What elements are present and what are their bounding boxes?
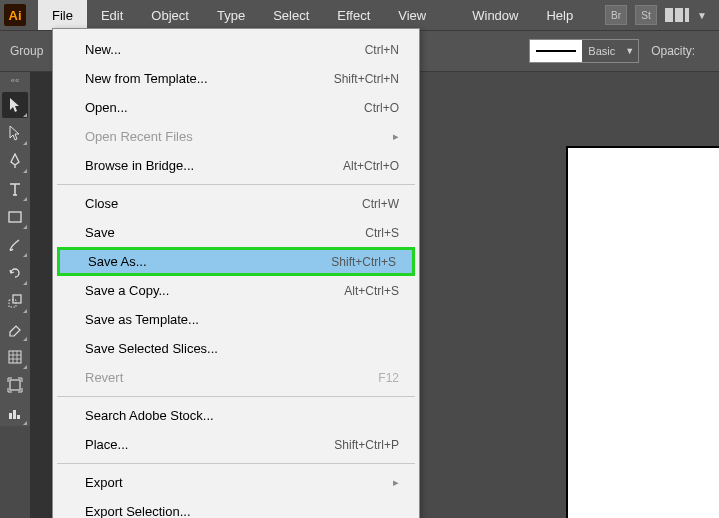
rotate-tool[interactable] <box>2 260 28 286</box>
opacity-label: Opacity: <box>651 44 695 58</box>
menu-separator <box>57 463 415 464</box>
selection-label: Group <box>10 44 43 58</box>
menu-file[interactable]: File <box>38 0 87 30</box>
stroke-style-label: Basic <box>582 45 621 57</box>
menu-open-recent[interactable]: Open Recent Files▸ <box>53 122 419 151</box>
menu-new[interactable]: New...Ctrl+N <box>53 35 419 64</box>
submenu-arrow-icon: ▸ <box>393 476 399 489</box>
artboard[interactable] <box>568 148 719 518</box>
svg-rect-0 <box>9 212 21 222</box>
paintbrush-tool[interactable] <box>2 232 28 258</box>
menu-separator <box>57 184 415 185</box>
tools-panel: «« <box>0 72 30 426</box>
menu-export-selection[interactable]: Export Selection... <box>53 497 419 518</box>
menu-select[interactable]: Select <box>259 0 323 30</box>
menubar-right: Br St ▼ <box>605 5 719 25</box>
app-logo: Ai <box>4 4 26 26</box>
chevron-down-icon[interactable]: ▼ <box>697 10 707 21</box>
submenu-arrow-icon: ▸ <box>393 130 399 143</box>
scale-tool[interactable] <box>2 288 28 314</box>
menu-new-from-template[interactable]: New from Template...Shift+Ctrl+N <box>53 64 419 93</box>
menu-save-selected-slices[interactable]: Save Selected Slices... <box>53 334 419 363</box>
menu-close[interactable]: CloseCtrl+W <box>53 189 419 218</box>
menu-window[interactable]: Window <box>458 0 532 30</box>
menu-separator <box>57 396 415 397</box>
svg-rect-5 <box>9 413 12 419</box>
menu-effect[interactable]: Effect <box>323 0 384 30</box>
svg-rect-7 <box>17 415 20 419</box>
artboard-tool[interactable] <box>2 372 28 398</box>
stock-badge[interactable]: St <box>635 5 657 25</box>
menu-export[interactable]: Export▸ <box>53 468 419 497</box>
chevron-down-icon[interactable]: ▼ <box>621 46 638 56</box>
menu-save-as[interactable]: Save As...Shift+Ctrl+S <box>57 247 415 276</box>
svg-rect-3 <box>9 351 21 363</box>
menu-save-as-template[interactable]: Save as Template... <box>53 305 419 334</box>
stroke-preview <box>530 40 582 62</box>
menu-object[interactable]: Object <box>137 0 203 30</box>
menu-view[interactable]: View <box>384 0 440 30</box>
svg-rect-6 <box>13 410 16 419</box>
pen-tool[interactable] <box>2 148 28 174</box>
rectangle-tool[interactable] <box>2 204 28 230</box>
doc-tab-strip <box>30 72 52 518</box>
panel-handle-icon[interactable]: «« <box>5 76 25 85</box>
selection-tool[interactable] <box>2 92 28 118</box>
menu-help[interactable]: Help <box>532 0 587 30</box>
file-menu-dropdown: New...Ctrl+N New from Template...Shift+C… <box>52 28 420 518</box>
eraser-tool[interactable] <box>2 316 28 342</box>
workspace-switcher-icon[interactable] <box>665 8 689 22</box>
menu-place[interactable]: Place...Shift+Ctrl+P <box>53 430 419 459</box>
bridge-badge[interactable]: Br <box>605 5 627 25</box>
menu-type[interactable]: Type <box>203 0 259 30</box>
canvas-area <box>420 72 719 518</box>
mesh-tool[interactable] <box>2 344 28 370</box>
svg-rect-2 <box>13 295 21 303</box>
direct-selection-tool[interactable] <box>2 120 28 146</box>
menu-browse-in-bridge[interactable]: Browse in Bridge...Alt+Ctrl+O <box>53 151 419 180</box>
stroke-style-selector[interactable]: Basic ▼ <box>529 39 639 63</box>
menu-revert[interactable]: RevertF12 <box>53 363 419 392</box>
menu-search-adobe-stock[interactable]: Search Adobe Stock... <box>53 401 419 430</box>
type-tool[interactable] <box>2 176 28 202</box>
menubar: Ai File Edit Object Type Select Effect V… <box>0 0 719 30</box>
graph-tool[interactable] <box>2 400 28 426</box>
svg-rect-4 <box>10 380 20 390</box>
menu-save-a-copy[interactable]: Save a Copy...Alt+Ctrl+S <box>53 276 419 305</box>
menu-edit[interactable]: Edit <box>87 0 137 30</box>
menu-open[interactable]: Open...Ctrl+O <box>53 93 419 122</box>
menu-save[interactable]: SaveCtrl+S <box>53 218 419 247</box>
